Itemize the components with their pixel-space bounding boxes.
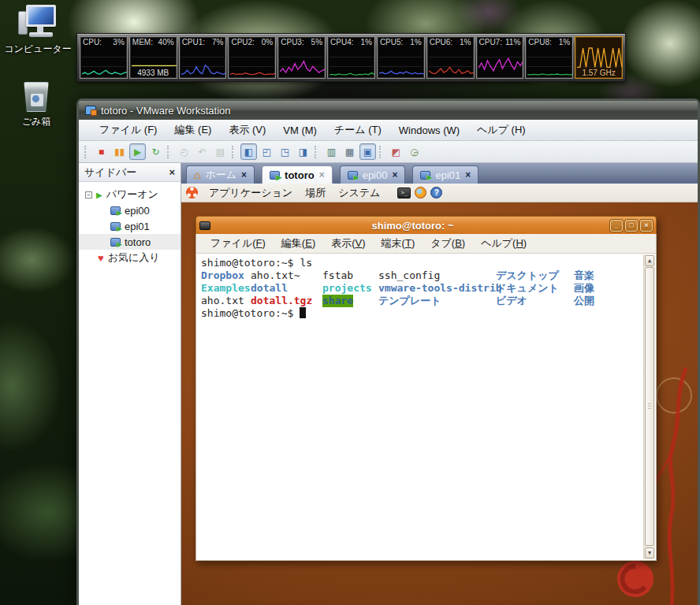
help-launcher[interactable]: ? — [430, 187, 442, 199]
terminal-menu-1[interactable]: 編集(E) — [274, 235, 323, 252]
vm-icon: ▶ — [110, 206, 121, 215]
vm-settings-button[interactable]: ▥ — [323, 143, 340, 160]
terminal-menu-4[interactable]: タブ(B) — [423, 235, 473, 252]
terminal-line: shimo@totoro:~$ls — [201, 257, 639, 269]
monitor-sparkline — [379, 48, 423, 76]
ls-entry: 公開 — [574, 295, 594, 307]
tree-collapse-icon[interactable]: − — [85, 191, 92, 199]
monitor-cell-value: 3% — [113, 38, 124, 47]
ubuntu-logo-icon[interactable] — [186, 187, 198, 199]
snapshot-manager-button: ▤ — [212, 143, 229, 160]
sidebar-group-label: パワーオン — [106, 187, 158, 202]
fullscreen-button[interactable]: ◳ — [277, 143, 293, 160]
panel-menu-0[interactable]: アプリケーション — [203, 184, 299, 202]
monitor-cell-cpu8: CPU8:1% — [525, 36, 573, 79]
ls-entry: テンプレート — [378, 295, 441, 307]
monitor-cell-value: 1% — [360, 38, 371, 47]
terminal-menu-5[interactable]: ヘルプ(H) — [473, 235, 534, 252]
monitor-cell-label: MEM: — [132, 38, 153, 47]
vm-icon: ▶ — [270, 171, 280, 180]
scrollbar-thumb[interactable] — [645, 267, 654, 546]
sidebar-close-icon[interactable]: × — [169, 167, 175, 177]
close-button[interactable]: × — [640, 220, 653, 232]
system-monitor-bar: CPU:3%MEM:40%4933 MBCPU1:7%CPU2:0%CPU3:5… — [76, 33, 626, 82]
monitor-sparkline — [527, 48, 571, 76]
terminal-menu-0[interactable]: ファイル(F) — [203, 235, 274, 252]
scroll-up-icon[interactable]: ▲ — [645, 255, 654, 266]
tab-close-icon[interactable]: × — [392, 169, 397, 180]
ls-entry: 音楽 — [574, 269, 594, 282]
firefox-launcher[interactable] — [415, 187, 426, 199]
toolbar-grip-icon — [232, 146, 236, 158]
tab-close-icon[interactable]: × — [465, 169, 471, 180]
menu-item-6[interactable]: ヘルプ (H) — [468, 121, 534, 139]
sidebar-item-favorites[interactable]: ♥ お気に入り — [79, 250, 181, 265]
monitor-sparkline — [181, 48, 225, 76]
monitor-cell-header: CPU3:5% — [278, 37, 325, 47]
sidebar-item-totoro[interactable]: ▶totoro — [79, 234, 181, 250]
show-sidebar-button[interactable]: ◧ — [240, 143, 257, 160]
terminal-launcher[interactable]: >_ — [397, 187, 411, 199]
monitor-cell-freq: 1.57 GHz — [575, 36, 623, 79]
quick-switch-button[interactable]: ◰ — [259, 143, 275, 160]
terminal-menu-2[interactable]: 表示(V) — [323, 235, 373, 252]
tab-epi01[interactable]: ▶epi01× — [412, 165, 478, 184]
vm-icon: ▶ — [110, 238, 121, 247]
summary-view-button[interactable]: ▦ — [341, 143, 358, 160]
terminal-menu-3[interactable]: 端末(T) — [374, 235, 423, 252]
sidebar-item-epi00[interactable]: ▶epi00 — [79, 202, 181, 218]
terminal-prompt-line: shimo@totoro:~$ — [201, 307, 639, 320]
terminal-title: shimo@totoro: ~ — [215, 220, 610, 232]
toolbar-group: ■▮▮▶↻ — [82, 143, 165, 160]
shell-prompt: shimo@totoro:~$ — [201, 307, 293, 319]
monitor-cell-header: CPU5:1% — [378, 37, 424, 47]
scroll-down-icon[interactable]: ▼ — [645, 547, 654, 559]
maximize-button[interactable]: □ — [625, 220, 638, 232]
console-view-button[interactable]: ▣ — [359, 143, 376, 160]
ls-entry: Dropbox — [201, 269, 244, 282]
menu-item-4[interactable]: チーム (T) — [326, 121, 390, 139]
sidebar-title: サイドバー — [84, 165, 136, 180]
toolbar-group: ◧◰◳◨ — [229, 143, 312, 160]
menu-item-3[interactable]: VM (M) — [274, 122, 326, 139]
sidebar-item-epi01[interactable]: ▶epi01 — [79, 218, 181, 234]
menu-item-2[interactable]: 表示 (V) — [220, 121, 274, 139]
terminal-line: aho.txtdotall.tgzshareテンプレートビデオ公開 — [201, 295, 639, 307]
menu-item-0[interactable]: ファイル (F) — [91, 121, 166, 139]
sidebar-group-powered-on[interactable]: − ▶ パワーオン — [79, 187, 181, 202]
monitor-cell-cpu7: CPU7:11% — [476, 36, 524, 79]
capture-movie-button[interactable]: ◶ — [406, 143, 423, 160]
terminal-menubar: ファイル(F)編集(E)表示(V)端末(T)タブ(B)ヘルプ(H) — [195, 234, 657, 254]
vmware-sidebar: サイドバー × − ▶ パワーオン ▶epi00▶epi01▶totoro ♥ … — [79, 163, 181, 605]
tab-close-icon[interactable]: × — [319, 169, 325, 180]
terminal-body[interactable]: shimo@totoro:~$ls Dropboxaho.txt~fstabss… — [195, 254, 657, 561]
tab-ホーム[interactable]: ⌂ホーム× — [186, 165, 255, 184]
panel-menu-2[interactable]: システム — [332, 184, 386, 202]
unity-button[interactable]: ◨ — [295, 143, 311, 160]
monitor-cell-header: CPU8:1% — [526, 37, 572, 47]
menu-item-5[interactable]: Windows (W) — [390, 122, 468, 139]
desktop-icon-computer[interactable]: コンピューター — [2, 5, 74, 56]
tab-totoro[interactable]: ▶totoro× — [262, 165, 333, 184]
vm-name: epi01 — [125, 221, 150, 232]
ls-entry: Examples — [201, 282, 251, 295]
tab-close-icon[interactable]: × — [241, 169, 247, 180]
terminal-titlebar[interactable]: shimo@totoro: ~ _ □ × — [195, 216, 657, 234]
menu-item-1[interactable]: 編集 (E) — [166, 121, 220, 139]
vmware-toolbar: ■▮▮▶↻◴↶▤◧◰◳◨▥▦▣◩◶ — [79, 141, 698, 163]
power-on-button[interactable]: ▶ — [129, 143, 146, 160]
window-title: totoro - VMware Workstation — [101, 105, 230, 117]
tab-epi00[interactable]: ▶epi00× — [340, 165, 406, 184]
minimize-button[interactable]: _ — [610, 220, 623, 232]
terminal-scrollbar[interactable]: ▲ ▼ — [643, 254, 655, 559]
trash-icon — [23, 82, 50, 112]
vmware-titlebar[interactable]: totoro - VMware Workstation — [79, 101, 698, 120]
tab-label: totoro — [285, 169, 315, 181]
ls-entry: vmware-tools-distrib — [378, 282, 502, 295]
desktop-icon-trash[interactable]: ごみ箱 — [0, 82, 73, 128]
suspend-button[interactable]: ▮▮ — [111, 143, 128, 160]
record-screen-button[interactable]: ◩ — [388, 143, 404, 160]
panel-menu-1[interactable]: 場所 — [299, 184, 332, 202]
reset-button[interactable]: ↻ — [147, 143, 164, 160]
power-off-button[interactable]: ■ — [93, 143, 110, 160]
